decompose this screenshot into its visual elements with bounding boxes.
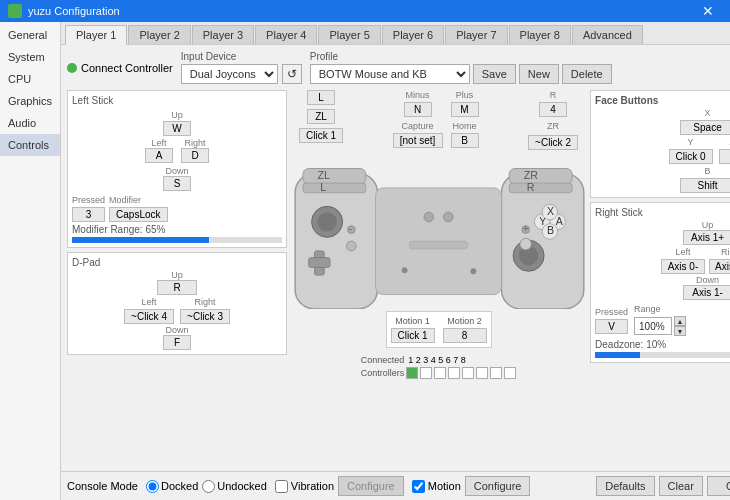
vibration-checkbox-label[interactable]: Vibration: [275, 480, 334, 493]
delete-profile-button[interactable]: Delete: [562, 64, 612, 84]
tab-player7[interactable]: Player 7: [445, 25, 507, 44]
svg-text:ZR: ZR: [524, 169, 538, 181]
right-stick-right-key[interactable]: Axis 0+: [709, 259, 730, 274]
controller-svg: ZL L: [291, 154, 586, 309]
modifier-key[interactable]: CapsLock: [109, 207, 167, 222]
left-stick-section: Left Stick Up W Left A: [67, 90, 287, 248]
y-key[interactable]: Click 0: [669, 149, 713, 164]
left-stick-down-key[interactable]: S: [163, 176, 191, 191]
zr-key[interactable]: ~Click 2: [528, 135, 578, 150]
range-up-btn[interactable]: ▲: [674, 316, 686, 326]
vibration-label: Vibration: [291, 480, 334, 492]
vibration-checkbox[interactable]: [275, 480, 288, 493]
motion1-key[interactable]: Click 1: [391, 328, 435, 343]
range-input[interactable]: [634, 317, 672, 335]
input-device-section: Input Device Dual Joycons ↺: [181, 51, 302, 84]
svg-point-37: [402, 267, 408, 273]
x-key[interactable]: Space: [680, 120, 730, 135]
svg-text:ZL: ZL: [317, 169, 329, 181]
left-stick-pressed-key[interactable]: 3: [72, 207, 105, 222]
sidebar-item-audio[interactable]: Audio: [0, 112, 60, 134]
click1-key[interactable]: Click 1: [299, 128, 343, 143]
r-key[interactable]: 4: [539, 102, 567, 117]
sidebar-item-graphics[interactable]: Graphics: [0, 90, 60, 112]
plus-key[interactable]: M: [451, 102, 479, 117]
home-key[interactable]: B: [451, 133, 479, 148]
tab-player3[interactable]: Player 3: [192, 25, 254, 44]
tab-player5[interactable]: Player 5: [318, 25, 380, 44]
svg-rect-1: [303, 169, 366, 185]
controller-dot-5: [462, 367, 474, 379]
up-label: Up: [171, 110, 183, 120]
svg-rect-0: [295, 173, 377, 309]
defaults-button[interactable]: Defaults: [596, 476, 654, 496]
motion2-label: Motion 2: [447, 316, 482, 326]
sidebar-item-controls[interactable]: Controls: [0, 134, 60, 156]
motion-control-label: Motion: [428, 480, 461, 492]
dpad-left-key[interactable]: ~Click 4: [124, 309, 174, 324]
svg-text:A: A: [556, 215, 564, 227]
svg-rect-14: [509, 169, 572, 185]
modifier-range-label: Modifier Range: 65%: [72, 224, 282, 235]
main-controls: Left Stick Up W Left A: [67, 90, 730, 379]
left-stick-right-key[interactable]: D: [181, 148, 209, 163]
right-stick-down-key[interactable]: Axis 1-: [683, 285, 730, 300]
clear-button[interactable]: Clear: [659, 476, 703, 496]
dpad-down-key[interactable]: F: [163, 335, 191, 350]
tab-player1[interactable]: Player 1: [65, 25, 127, 45]
close-button[interactable]: ✕: [694, 1, 722, 21]
vibration-configure-button[interactable]: Configure: [338, 476, 404, 496]
title-bar: yuzu Configuration ✕: [0, 0, 730, 22]
tab-advanced[interactable]: Advanced: [572, 25, 643, 44]
motion-checkbox[interactable]: [412, 480, 425, 493]
save-profile-button[interactable]: Save: [473, 64, 516, 84]
profile-select[interactable]: BOTW Mouse and KB: [310, 64, 470, 84]
controls-content: Connect Controller Input Device Dual Joy…: [61, 45, 730, 471]
minus-key[interactable]: N: [404, 102, 432, 117]
l-key[interactable]: L: [307, 90, 335, 105]
capture-key[interactable]: [not set]: [393, 133, 443, 148]
right-stick-label: Right Stick: [595, 207, 730, 218]
dpad-right-key[interactable]: ~Click 3: [180, 309, 230, 324]
sidebar-item-system[interactable]: System: [0, 46, 60, 68]
controller-dot-2: [420, 367, 432, 379]
input-device-select[interactable]: Dual Joycons: [181, 64, 278, 84]
deadzone-label: Deadzone: 10%: [595, 339, 730, 350]
right-stick-pressed-key[interactable]: V: [595, 319, 628, 334]
dpad-up-key[interactable]: R: [157, 280, 197, 295]
svg-point-6: [317, 212, 336, 231]
pressed-label-left: Pressed: [72, 195, 105, 205]
motion-checkbox-label[interactable]: Motion: [412, 480, 461, 493]
svg-point-30: [520, 238, 532, 250]
tab-player6[interactable]: Player 6: [382, 25, 444, 44]
modifier-range-fill: [72, 237, 209, 243]
svg-text:R: R: [527, 181, 535, 193]
controller-dot-7: [490, 367, 502, 379]
refresh-button[interactable]: ↺: [282, 64, 302, 84]
motion-configure-button[interactable]: Configure: [465, 476, 531, 496]
sidebar-item-general[interactable]: General: [0, 24, 60, 46]
sidebar-item-cpu[interactable]: CPU: [0, 68, 60, 90]
connect-controller-label: Connect Controller: [81, 62, 173, 74]
a-key[interactable]: E: [719, 149, 730, 164]
right-stick-up-key[interactable]: Axis 1+: [683, 230, 730, 245]
zl-key[interactable]: ZL: [307, 109, 335, 124]
left-stick-label: Left Stick: [72, 95, 282, 106]
tab-player8[interactable]: Player 8: [509, 25, 571, 44]
controller-dot-1: [406, 367, 418, 379]
b-key[interactable]: Shift: [680, 178, 730, 193]
left-stick-up-key[interactable]: W: [163, 121, 191, 136]
left-joycon: ZL L: [295, 169, 384, 309]
right-stick-left-key[interactable]: Axis 0-: [661, 259, 705, 274]
new-profile-button[interactable]: New: [519, 64, 559, 84]
ok-button[interactable]: OK: [707, 476, 730, 496]
title-text: yuzu Configuration: [28, 5, 120, 17]
motion2-key[interactable]: 8: [443, 328, 487, 343]
tab-player2[interactable]: Player 2: [128, 25, 190, 44]
range-down-btn[interactable]: ▼: [674, 326, 686, 336]
docked-option[interactable]: Docked: [146, 480, 198, 493]
left-stick-left-key[interactable]: A: [145, 148, 173, 163]
svg-text:L: L: [320, 181, 326, 193]
undocked-option[interactable]: Undocked: [202, 480, 267, 493]
tab-player4[interactable]: Player 4: [255, 25, 317, 44]
